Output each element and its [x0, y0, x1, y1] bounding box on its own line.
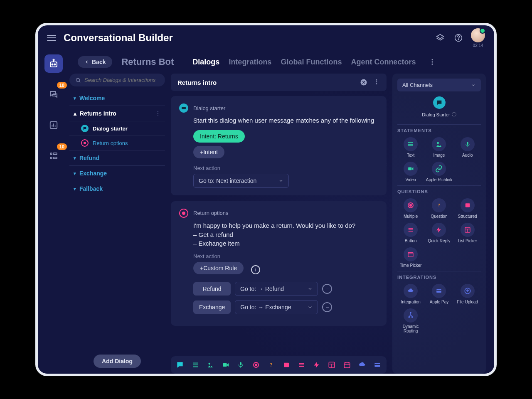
- palette-quickreply[interactable]: Quick Reply: [426, 222, 452, 244]
- topbar-right: 02:14: [434, 28, 485, 48]
- tab-dialogs[interactable]: Dialogs: [192, 58, 219, 66]
- svg-rect-55: [408, 167, 411, 170]
- card-dialog-starter[interactable]: Dialog starter Start this dialog when us…: [171, 96, 387, 195]
- card-body-text: Start this dialog when user message matc…: [193, 116, 378, 125]
- card-return-options[interactable]: Return options I'm happy to help you mak…: [171, 201, 387, 326]
- tb-button-icon[interactable]: [297, 360, 306, 370]
- palette-applepay[interactable]: Apple Pay: [426, 283, 452, 305]
- palette-fileupload[interactable]: File Upload: [454, 283, 481, 305]
- palette-structured[interactable]: Structured: [454, 197, 481, 219]
- tab-global-functions[interactable]: Global Functions: [281, 58, 342, 66]
- close-circle-icon[interactable]: [360, 79, 367, 86]
- palette-richlink[interactable]: Apple Richlink: [426, 161, 452, 183]
- tab-integrations[interactable]: Integrations: [229, 58, 271, 66]
- chevron-up-icon: ▴: [74, 110, 76, 117]
- tree-item-returns-intro: ▴ Returns intro: [69, 106, 165, 150]
- add-dialog-button[interactable]: Add Dialog: [94, 355, 141, 368]
- help-icon[interactable]: [453, 32, 464, 44]
- palette-multiple[interactable]: Multiple: [397, 197, 424, 219]
- tree-item-refund[interactable]: ▾ Refund: [69, 150, 165, 165]
- tb-timepicker-icon[interactable]: [343, 360, 352, 370]
- collapse-handle[interactable]: ›: [384, 157, 387, 172]
- tb-quickreply-icon[interactable]: [313, 360, 321, 370]
- intent-chip[interactable]: Intent: Returns: [193, 130, 245, 143]
- multiple-choice-icon: [179, 209, 188, 218]
- search-input[interactable]: [84, 77, 159, 83]
- sub-item-dialog-starter[interactable]: Dialog starter: [69, 121, 165, 135]
- palette-video[interactable]: Video: [397, 161, 424, 183]
- palette-timepicker[interactable]: Time Picker: [397, 246, 424, 268]
- menu-icon[interactable]: [47, 35, 56, 41]
- card-body-text: I'm happy to help you make a return. Wou…: [193, 221, 378, 248]
- channels-select[interactable]: All Channels: [397, 79, 481, 91]
- info-icon[interactable]: i: [251, 265, 260, 274]
- svg-point-25: [376, 79, 377, 81]
- info-icon[interactable]: ⓘ: [452, 111, 456, 118]
- section-statements: STATEMENTS: [397, 124, 481, 133]
- next-action-label: Next action: [193, 253, 378, 259]
- dialog-starter-icon: [179, 103, 188, 113]
- tree-item-menu-icon[interactable]: [155, 111, 161, 116]
- tree-item-fallback[interactable]: ▾ Fallback: [69, 181, 165, 196]
- sub-item-return-options[interactable]: Return options: [69, 135, 165, 150]
- user-avatar[interactable]: 02:14: [471, 28, 485, 48]
- add-custom-rule-button[interactable]: +Custom Rule: [193, 262, 244, 274]
- palette-audio[interactable]: Audio: [454, 136, 481, 158]
- back-button[interactable]: Back: [78, 56, 112, 68]
- tb-question-icon[interactable]: [267, 360, 276, 370]
- canvas-menu-icon[interactable]: [373, 79, 380, 86]
- svg-point-75: [412, 317, 413, 318]
- tb-integration-icon[interactable]: [358, 360, 367, 370]
- rail-analytics-icon[interactable]: [44, 116, 63, 134]
- palette-integration[interactable]: Integration: [397, 283, 424, 305]
- rail-bot-icon[interactable]: [44, 54, 63, 73]
- tree-item-exchange[interactable]: ▾ Exchange: [69, 165, 165, 181]
- chevron-down-icon: ▾: [74, 155, 76, 161]
- tree-item-welcome[interactable]: ▾ Welcome: [69, 91, 165, 106]
- svg-point-16: [432, 59, 433, 60]
- palette-question[interactable]: Question: [426, 197, 452, 219]
- svg-point-5: [54, 64, 56, 65]
- palette-listpicker[interactable]: List Picker: [454, 222, 481, 244]
- dialogs-panel: ▾ Welcome ▴ Returns intro: [69, 74, 165, 374]
- tb-structured-icon[interactable]: [282, 360, 291, 370]
- tb-image-icon[interactable]: [206, 360, 215, 370]
- rail-conversations-icon[interactable]: 10: [44, 85, 63, 103]
- insert-toolbar: [171, 356, 387, 374]
- palette-text[interactable]: Text: [397, 136, 424, 158]
- palette-hero[interactable]: Dialog Starter ⓘ: [397, 96, 481, 118]
- rail-flows-icon[interactable]: 10: [44, 147, 63, 165]
- chevron-down-icon: [278, 178, 283, 183]
- svg-rect-34: [240, 362, 241, 365]
- remove-rule-button[interactable]: −: [322, 302, 332, 312]
- tabs-overflow-icon[interactable]: [426, 56, 438, 68]
- rule-refund-chip[interactable]: Refund: [193, 282, 231, 296]
- tb-text-icon[interactable]: [191, 360, 200, 370]
- tb-dialog-starter-icon[interactable]: [176, 360, 185, 370]
- remove-rule-button[interactable]: −: [322, 284, 332, 294]
- search-box[interactable]: [69, 74, 165, 86]
- tree-item-head[interactable]: ▴ Returns intro: [69, 106, 165, 121]
- session-timer: 02:14: [473, 43, 483, 48]
- next-action-select[interactable]: Go to: Next interaction: [193, 174, 289, 188]
- tb-multiple-icon[interactable]: [252, 360, 261, 370]
- tb-video-icon[interactable]: [222, 360, 230, 370]
- palette-image[interactable]: Image: [426, 136, 452, 158]
- svg-point-26: [376, 81, 377, 83]
- multiple-choice-icon: [81, 139, 89, 147]
- rail-badge-1: 10: [57, 82, 67, 89]
- tab-agent-connectors[interactable]: Agent Connectors: [351, 58, 416, 66]
- svg-point-7: [53, 59, 54, 61]
- tb-applepay-icon[interactable]: [373, 360, 382, 370]
- add-intent-button[interactable]: +Intent: [193, 146, 224, 158]
- layers-icon[interactable]: [434, 32, 446, 44]
- palette-dynamic-routing[interactable]: Dynamic Routing: [397, 308, 424, 334]
- rule-exchange-chip[interactable]: Exchange: [193, 300, 231, 314]
- tb-audio-icon[interactable]: [236, 360, 245, 370]
- tb-listpicker-icon[interactable]: [328, 360, 336, 370]
- dialog-tree: ▾ Welcome ▴ Returns intro: [69, 91, 165, 349]
- rule-refund-select[interactable]: Go to: → Refund: [235, 282, 318, 296]
- rule-exchange-select[interactable]: Go to: → Exchange: [235, 300, 318, 314]
- svg-rect-13: [53, 153, 57, 155]
- palette-button[interactable]: Button: [397, 222, 424, 244]
